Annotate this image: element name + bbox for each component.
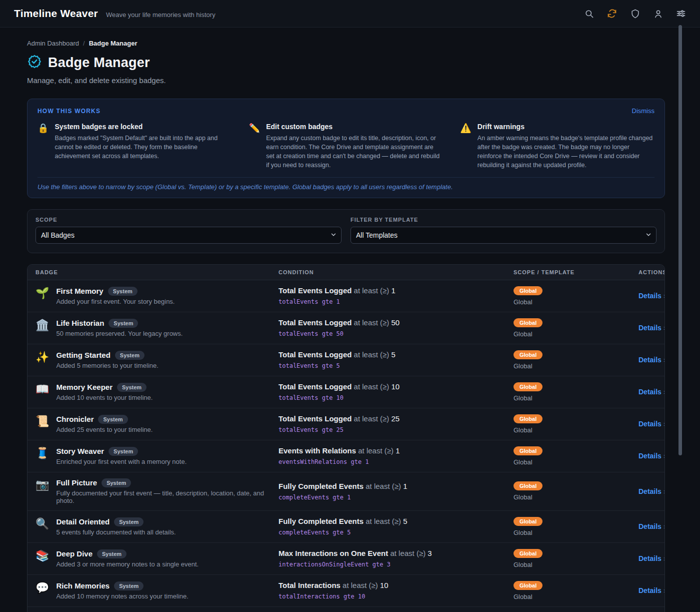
- infobox-footnote: Use the filters above to narrow by scope…: [38, 177, 654, 191]
- condition-code: interactionsOnSingleEvent gte 3: [278, 561, 514, 568]
- condition-value: 5: [403, 517, 407, 525]
- details-button[interactable]: Details›: [638, 487, 665, 495]
- scope-cell: Global Global: [514, 414, 638, 434]
- chevron-right-icon: ›: [664, 522, 665, 530]
- condition-name: Fully Completed Events: [278, 482, 364, 490]
- column-header-scope: SCOPE / TEMPLATE: [514, 269, 638, 275]
- details-button[interactable]: Details›: [638, 554, 665, 562]
- condition-name: Total Events Logged: [278, 382, 352, 391]
- condition-value: 5: [392, 350, 396, 359]
- condition-value: 25: [392, 414, 400, 423]
- scope-filter-label: SCOPE: [36, 217, 342, 223]
- scope-pill: Global: [514, 318, 542, 327]
- condition-name: Total Events Logged: [278, 318, 352, 327]
- condition-qualifier: at least (≥): [354, 318, 390, 327]
- info-item-title: System badges are locked: [54, 123, 232, 131]
- template-select[interactable]: All Templates: [350, 227, 656, 244]
- chevron-right-icon: ›: [664, 487, 665, 495]
- badge-name: Deep Dive: [56, 549, 92, 558]
- actions-cell: Details›: [638, 291, 665, 300]
- scope-text: Global: [514, 593, 638, 600]
- badge-cell: 🔍 Detail Oriented System 5 events fully …: [36, 517, 278, 536]
- actions-cell: Details›: [638, 487, 665, 496]
- details-button[interactable]: Details›: [638, 324, 665, 332]
- how-this-works-panel: HOW THIS WORKS Dismiss 🔒 System badges a…: [27, 99, 665, 198]
- condition-qualifier: at least (≥): [366, 517, 401, 525]
- condition-cell: Max Interactions on One Event at least (…: [278, 549, 514, 568]
- search-icon[interactable]: [584, 9, 594, 19]
- breadcrumb-separator: /: [83, 40, 85, 47]
- details-button[interactable]: Details›: [638, 586, 665, 594]
- details-button[interactable]: Details›: [638, 522, 665, 530]
- table-row: 📚 Deep Dive System Added 3 or more memor…: [28, 543, 664, 575]
- condition-cell: Events with Relations at least (≥) 1 eve…: [278, 446, 514, 465]
- chevron-right-icon: ›: [664, 554, 665, 562]
- condition-cell: Total Events Logged at least (≥) 25 tota…: [278, 414, 514, 433]
- badge-description: 5 events fully documented with all detai…: [56, 528, 176, 536]
- badge-cell: 🏛️ Life Historian System 50 memories pre…: [36, 319, 278, 337]
- scope-cell: Global Global: [514, 481, 638, 501]
- scope-cell: Global Global: [514, 581, 638, 600]
- warning-icon: ⚠️: [460, 123, 471, 170]
- badge-name: First Memory: [56, 287, 103, 295]
- condition-value: 10: [392, 382, 400, 391]
- scope-pill: Global: [514, 517, 542, 526]
- chevron-right-icon: ›: [664, 356, 665, 364]
- scope-cell: Global Global: [514, 350, 638, 370]
- scope-cell: Global Global: [514, 318, 638, 338]
- badge-description: Added 10 memory notes across your timeli…: [56, 592, 188, 600]
- scope-select[interactable]: All Badges: [36, 227, 342, 244]
- chevron-right-icon: ›: [664, 388, 665, 396]
- topbar-icons: [584, 9, 686, 19]
- system-tag: System: [114, 517, 144, 526]
- condition-value: 50: [392, 318, 400, 327]
- badge-name: Rich Memories: [56, 581, 110, 590]
- table-row: 🌱 First Memory System Added your first e…: [28, 280, 664, 312]
- info-item-title: Edit custom badges: [266, 123, 443, 131]
- vertical-scrollbar[interactable]: [678, 25, 682, 455]
- details-button[interactable]: Details›: [638, 388, 665, 396]
- badge-table-header: BADGE CONDITION SCOPE / TEMPLATE ACTIONS: [28, 265, 664, 280]
- actions-cell: Details›: [638, 419, 665, 428]
- condition-name: Max Interactions on One Event: [278, 549, 388, 557]
- condition-qualifier: at least (≥): [390, 549, 426, 557]
- dismiss-button[interactable]: Dismiss: [632, 107, 655, 115]
- badge-description: Added your first event. Your story begin…: [56, 298, 174, 305]
- scope-cell: Global Global: [514, 286, 638, 306]
- info-item-title: Drift warnings: [478, 123, 654, 131]
- condition-name: Total Events Logged: [278, 350, 352, 359]
- condition-cell: Fully Completed Events at least (≥) 1 co…: [278, 482, 514, 501]
- info-item-edit-custom: ✏️ Edit custom badges Expand any custom …: [249, 123, 444, 170]
- scope-pill: Global: [514, 481, 542, 490]
- scope-text: Global: [514, 561, 638, 568]
- table-row: 📷 Full Picture System Fully documented y…: [28, 472, 664, 511]
- badge-icon: ✨: [36, 351, 49, 364]
- chevron-right-icon: ›: [664, 324, 665, 332]
- shield-icon[interactable]: [630, 9, 640, 19]
- condition-name: Fully Completed Events: [278, 517, 364, 525]
- badge-description: Added 5 memories to your timeline.: [56, 362, 158, 369]
- sync-icon[interactable]: [607, 9, 617, 19]
- condition-name: Events with Relations: [278, 446, 356, 455]
- condition-value: 1: [392, 286, 396, 295]
- table-row: 📖 Memory Keeper System Added 10 events t…: [28, 376, 664, 408]
- system-tag: System: [102, 478, 131, 487]
- scope-text: Global: [514, 529, 638, 536]
- scope-cell: Global Global: [514, 517, 638, 536]
- breadcrumb-parent[interactable]: Admin Dashboard: [27, 40, 79, 47]
- sliders-icon[interactable]: [676, 9, 686, 19]
- table-row: 💬 Rich Memories System Added 10 memory n…: [28, 575, 664, 607]
- system-tag: System: [108, 319, 138, 328]
- infobox-label: HOW THIS WORKS: [38, 108, 100, 115]
- details-button[interactable]: Details›: [638, 356, 665, 364]
- condition-code: eventsWithRelations gte 1: [278, 458, 514, 465]
- condition-qualifier: at least (≥): [358, 446, 394, 455]
- details-button[interactable]: Details›: [638, 420, 665, 428]
- details-button[interactable]: Details›: [638, 452, 665, 460]
- column-header-condition: CONDITION: [278, 269, 514, 275]
- page-title: Badge Manager: [48, 55, 150, 71]
- details-button[interactable]: Details›: [638, 292, 665, 300]
- system-tag: System: [115, 351, 144, 360]
- badge-description: Enriched your first event with a memory …: [56, 458, 186, 465]
- user-icon[interactable]: [653, 9, 663, 19]
